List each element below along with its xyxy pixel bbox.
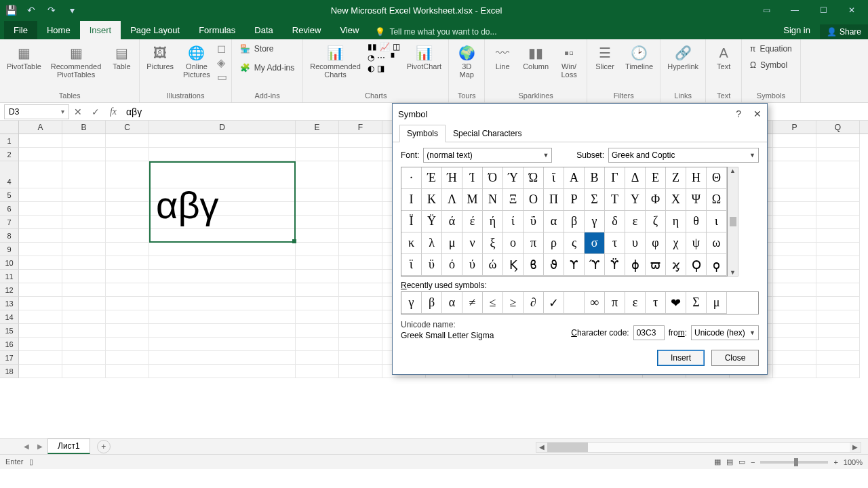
symbol-cell[interactable]: ή [483, 211, 503, 232]
cell[interactable] [62, 310, 106, 324]
symbol-cell[interactable]: ϙ [707, 254, 727, 276]
tab-file[interactable]: File [4, 21, 37, 39]
cell[interactable] [106, 297, 149, 310]
symbol-cell[interactable]: σ [585, 232, 605, 254]
close-icon[interactable]: ✕ [838, 2, 865, 18]
cell[interactable] [19, 175, 62, 188]
symbol-cell[interactable]: Ζ [666, 167, 686, 189]
symbol-cell[interactable]: ϔ [605, 254, 625, 276]
recent-symbol-cell[interactable]: ≠ [462, 292, 483, 314]
symbol-cell[interactable]: Λ [442, 189, 462, 211]
cell[interactable] [773, 351, 816, 365]
cell[interactable] [296, 338, 339, 351]
cell[interactable] [816, 365, 860, 378]
bar-chart-icon[interactable]: ▮▮ [368, 42, 377, 52]
row-header[interactable]: 8 [0, 229, 19, 243]
chevron-down-icon[interactable]: ▾ [61, 108, 64, 115]
cell[interactable] [296, 365, 339, 378]
row-header[interactable]: 15 [0, 324, 19, 338]
symbol-cell[interactable]: έ [462, 211, 483, 232]
cell[interactable] [19, 134, 62, 148]
cell[interactable] [773, 243, 816, 256]
symbol-cell[interactable]: λ [422, 232, 442, 254]
cell[interactable] [296, 270, 339, 283]
symbol-cell[interactable]: ί [503, 211, 524, 232]
symbol-cell[interactable]: Ϗ [503, 254, 524, 276]
cell[interactable] [149, 256, 296, 270]
sparkline-column-button[interactable]: ▮▮Column [520, 42, 551, 72]
symbol-cell[interactable]: Φ [646, 189, 666, 211]
cell[interactable] [149, 283, 296, 297]
table-button[interactable]: ▤Table [108, 42, 135, 72]
row-header[interactable]: 5 [0, 188, 19, 202]
row-header[interactable]: 9 [0, 243, 19, 256]
row-header[interactable]: 18 [0, 365, 19, 378]
cell[interactable] [816, 283, 860, 297]
cell[interactable] [106, 175, 149, 188]
cell[interactable] [816, 351, 860, 365]
from-select[interactable]: Unicode (hex)▼ [691, 325, 759, 340]
row-header[interactable]: 17 [0, 351, 19, 365]
symbol-cell[interactable]: Θ [707, 167, 727, 189]
recent-symbol-cell[interactable]: β [422, 292, 442, 314]
symbol-cell[interactable]: υ [625, 232, 646, 254]
cell[interactable] [296, 243, 339, 256]
symbol-cell[interactable]: Π [544, 189, 564, 211]
tab-insert[interactable]: Insert [80, 21, 121, 39]
cell[interactable] [19, 256, 62, 270]
cell[interactable] [19, 243, 62, 256]
cell[interactable] [149, 310, 296, 324]
cell[interactable] [296, 216, 339, 229]
symbol-cell[interactable]: ψ [686, 232, 707, 254]
accept-entry-button[interactable]: ✓ [87, 106, 104, 117]
row-header[interactable]: 12 [0, 283, 19, 297]
symbol-cell[interactable]: ζ [646, 211, 666, 232]
3d-map-button[interactable]: 🌍3D Map [453, 42, 480, 80]
cell[interactable] [773, 297, 816, 310]
cell[interactable] [339, 243, 382, 256]
cell[interactable] [19, 365, 62, 378]
row-header[interactable]: 7 [0, 216, 19, 229]
symbol-cell[interactable]: φ [646, 232, 666, 254]
cell[interactable] [773, 229, 816, 243]
cell[interactable] [296, 148, 339, 161]
hyperlink-button[interactable]: 🔗Hyperlink [665, 42, 701, 72]
slicer-button[interactable]: ☰Slicer [591, 42, 618, 72]
cell[interactable] [19, 270, 62, 283]
cell[interactable] [19, 338, 62, 351]
tab-review[interactable]: Review [283, 21, 331, 39]
symbol-cell[interactable]: ν [462, 232, 483, 254]
cell[interactable] [149, 243, 296, 256]
cell[interactable] [816, 148, 860, 161]
cell[interactable] [149, 338, 296, 351]
recent-symbol-cell[interactable]: ≥ [503, 292, 524, 314]
cell[interactable] [149, 351, 296, 365]
symbol-cell[interactable]: ο [503, 232, 524, 254]
cell[interactable] [62, 229, 106, 243]
macro-record-icon[interactable]: ▯ [29, 458, 33, 466]
recent-symbol-cell[interactable]: ≤ [483, 292, 503, 314]
cell[interactable] [816, 297, 860, 310]
cell[interactable] [19, 324, 62, 338]
symbol-cell[interactable]: Σ [585, 189, 605, 211]
pivottable-button[interactable]: ▦PivotTable [4, 42, 44, 72]
cell[interactable] [62, 243, 106, 256]
symbol-cell[interactable]: ϗ [666, 254, 686, 276]
cell[interactable] [149, 148, 296, 161]
tab-home[interactable]: Home [37, 21, 80, 39]
pivotchart-button[interactable]: 📊PivotChart [404, 42, 444, 72]
font-select[interactable]: (normal text)▼ [423, 148, 552, 163]
timeline-button[interactable]: 🕑Timeline [623, 42, 656, 72]
symbol-cell[interactable]: Ι [401, 189, 422, 211]
cell[interactable] [773, 216, 816, 229]
cell[interactable] [62, 202, 106, 216]
cell[interactable] [773, 175, 816, 188]
cell[interactable] [62, 134, 106, 148]
cell[interactable] [816, 338, 860, 351]
symbol-cell[interactable]: ϑ [544, 254, 564, 276]
cell[interactable] [149, 134, 296, 148]
col-header[interactable]: Q [816, 121, 860, 134]
recent-symbol-cell[interactable]: γ [401, 292, 422, 314]
sheet-nav-prev[interactable]: ◀ [20, 443, 33, 450]
cell[interactable] [19, 310, 62, 324]
